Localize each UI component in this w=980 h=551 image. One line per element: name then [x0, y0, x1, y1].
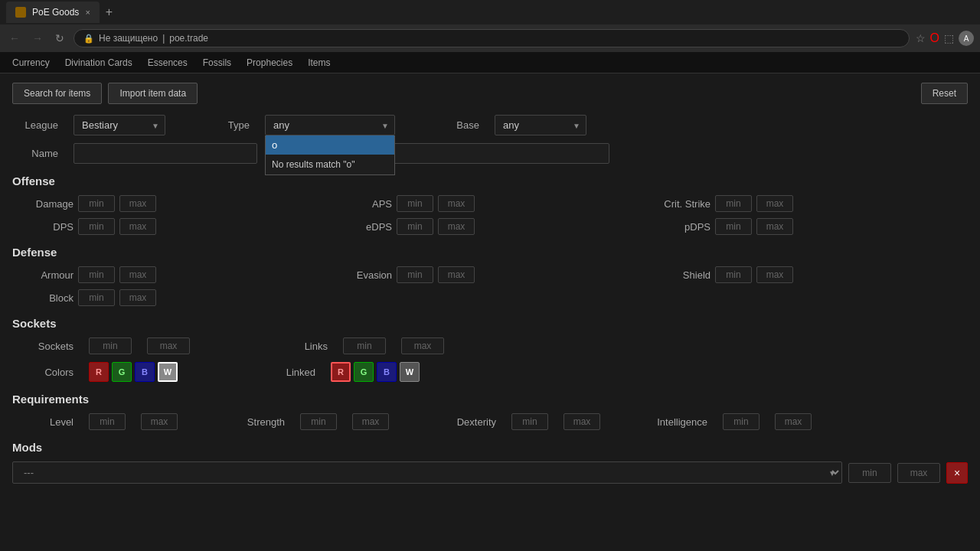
strength-max[interactable] — [352, 413, 389, 430]
edps-min[interactable] — [397, 218, 433, 235]
address-input-bar[interactable]: 🔒 Не защищено | poe.trade — [74, 29, 910, 47]
extensions-icon[interactable]: ⬚ — [944, 32, 954, 44]
color-white-button[interactable]: W — [158, 362, 178, 382]
browser-chrome: PoE Goods × + ← → ↻ 🔒 Не защищено | poe.… — [0, 0, 980, 52]
shield-label: Shield — [649, 269, 710, 281]
mods-min[interactable] — [848, 463, 891, 483]
linked-label: Linked — [254, 367, 315, 378]
back-button[interactable]: ← — [6, 31, 23, 46]
dps-min[interactable] — [78, 218, 115, 235]
sockets-min[interactable] — [89, 337, 132, 354]
links-min[interactable] — [343, 337, 386, 354]
nav-link-4[interactable]: Fossils — [203, 57, 231, 68]
pdps-min[interactable] — [715, 218, 752, 235]
block-max[interactable] — [119, 289, 156, 306]
address-text: | — [162, 33, 165, 44]
intelligence-min[interactable] — [723, 413, 760, 430]
offense-section-header: Offense — [12, 174, 968, 187]
crit-item: Crit. Strike — [649, 195, 968, 212]
mods-remove-button[interactable]: × — [946, 462, 968, 484]
refresh-button[interactable]: ↻ — [52, 31, 67, 46]
defense-section-header: Defense — [12, 246, 968, 259]
new-tab-button[interactable]: + — [103, 5, 116, 19]
edps-max[interactable] — [438, 218, 475, 235]
crit-label: Crit. Strike — [649, 198, 710, 210]
type-no-results: No results match "o" — [266, 155, 394, 174]
armour-min[interactable] — [78, 266, 115, 283]
linked-white-button[interactable]: W — [400, 362, 420, 382]
nav-link-6[interactable]: Items — [308, 57, 330, 68]
name-row: Name — [12, 143, 968, 164]
armour-item: Armour — [12, 266, 331, 283]
linked-red-button[interactable]: R — [331, 362, 351, 382]
sockets-max[interactable] — [147, 337, 190, 354]
mods-row: --- ▼ × — [12, 461, 968, 484]
evasion-max[interactable] — [438, 266, 475, 283]
action-row-left: Search for items Import item data — [12, 83, 198, 104]
level-max[interactable] — [141, 413, 178, 430]
intelligence-max[interactable] — [775, 413, 812, 430]
damage-min[interactable] — [78, 195, 115, 212]
block-min[interactable] — [78, 289, 115, 306]
color-blue-button[interactable]: B — [135, 362, 155, 382]
sockets-label: Sockets — [12, 341, 74, 352]
league-select[interactable]: Bestiary — [74, 115, 165, 135]
links-label: Links — [266, 341, 328, 352]
mods-select[interactable]: --- — [12, 461, 842, 484]
pdps-label: pDPS — [649, 221, 710, 233]
league-select-wrapper: Bestiary ▼ — [74, 115, 165, 135]
damage-max[interactable] — [119, 195, 156, 212]
nav-link-2[interactable]: Divination Cards — [65, 57, 132, 68]
lock-label: Не защищено — [99, 33, 158, 44]
linked-blue-button[interactable]: B — [377, 362, 397, 382]
nav-link-3[interactable]: Essences — [148, 57, 188, 68]
name-label: Name — [12, 148, 58, 159]
strength-min[interactable] — [300, 413, 337, 430]
base-select[interactable]: any — [495, 115, 586, 135]
address-bar-right: ☆ O ⬚ A — [916, 31, 974, 46]
page-content: Currency Divination Cards Essences Fossi… — [0, 52, 980, 551]
crit-min[interactable] — [715, 195, 752, 212]
dexterity-min[interactable] — [511, 413, 548, 430]
profile-button[interactable]: A — [959, 31, 974, 46]
pdps-max[interactable] — [756, 218, 793, 235]
color-green-button[interactable]: G — [112, 362, 132, 382]
name-input[interactable] — [74, 143, 257, 164]
shield-item: Shield — [649, 266, 968, 283]
type-select[interactable]: any — [265, 115, 395, 135]
crit-max[interactable] — [756, 195, 793, 212]
type-dropdown-popup: No results match "o" — [265, 135, 395, 175]
nav-link-5[interactable]: Prophecies — [247, 57, 292, 68]
level-min[interactable] — [89, 413, 126, 430]
tab-close-button[interactable]: × — [85, 8, 90, 17]
armour-max[interactable] — [119, 266, 156, 283]
armour-label: Armour — [12, 269, 74, 281]
active-tab[interactable]: PoE Goods × — [6, 2, 100, 23]
linked-green-button[interactable]: G — [354, 362, 374, 382]
colors-buttons: R G B W — [89, 362, 178, 382]
search-button[interactable]: Search for items — [12, 83, 102, 104]
sockets-links-row: Sockets Links — [12, 337, 968, 354]
evasion-min[interactable] — [397, 266, 433, 283]
reset-button[interactable]: Reset — [921, 83, 968, 104]
import-button[interactable]: Import item data — [108, 83, 198, 104]
type-search-input[interactable] — [266, 135, 394, 155]
address-bar: ← → ↻ 🔒 Не защищено | poe.trade ☆ O ⬚ A — [0, 24, 980, 52]
evasion-item: Evasion — [331, 266, 649, 283]
forward-button[interactable]: → — [29, 31, 46, 46]
links-max[interactable] — [401, 337, 444, 354]
shield-max[interactable] — [756, 266, 793, 283]
shield-min[interactable] — [715, 266, 752, 283]
color-red-button[interactable]: R — [89, 362, 109, 382]
dps-max[interactable] — [119, 218, 156, 235]
nav-link-1[interactable]: Currency — [12, 57, 50, 68]
mods-max[interactable] — [897, 463, 940, 483]
intelligence-label: Intelligence — [646, 416, 707, 428]
bookmark-icon[interactable]: ☆ — [916, 32, 926, 44]
aps-min[interactable] — [397, 195, 433, 212]
colors-label: Colors — [12, 367, 74, 378]
lock-icon: 🔒 — [83, 34, 94, 44]
dexterity-max[interactable] — [564, 413, 600, 430]
aps-max[interactable] — [438, 195, 475, 212]
league-type-base-row: League Bestiary ▼ Type any ▼ — [12, 115, 968, 135]
